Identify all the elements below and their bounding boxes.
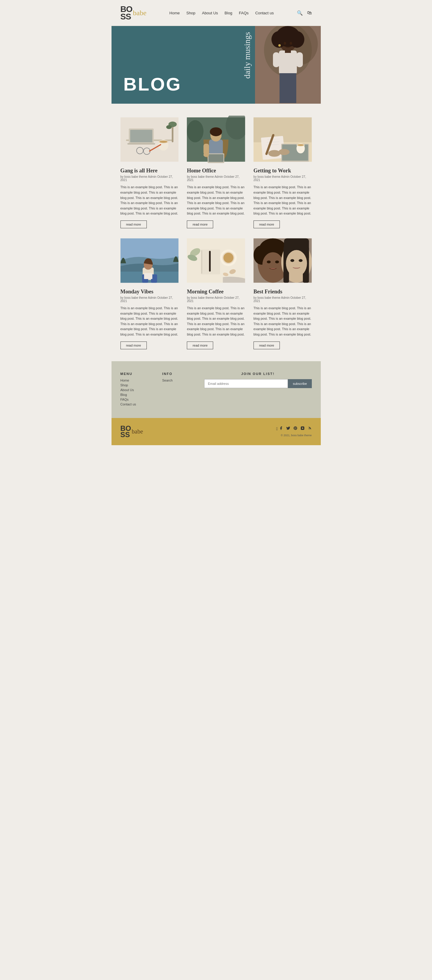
- blog-card-4: Monday Vibes by boss babe theme Admin Oc…: [121, 237, 179, 349]
- svg-point-39: [204, 153, 209, 157]
- search-icon[interactable]: 🔍: [297, 10, 303, 16]
- blog-card-meta-5: by boss babe theme Admin October 27, 202…: [187, 296, 245, 303]
- footer-logo[interactable]: BO SS babe: [121, 425, 143, 438]
- svg-point-22: [159, 141, 167, 143]
- blog-card-image-6: [253, 237, 312, 285]
- svg-rect-27: [172, 126, 174, 143]
- blog-card-3: Getting to Work by boss babe theme Admin…: [253, 116, 312, 228]
- footer-email-input[interactable]: [204, 379, 288, 388]
- svg-point-84: [286, 250, 307, 277]
- nav-shop[interactable]: Shop: [186, 11, 195, 15]
- footer-menu-item-blog[interactable]: Blog: [121, 393, 156, 396]
- logo[interactable]: BO SS babe: [121, 5, 147, 20]
- blog-card-image-2: [187, 116, 245, 164]
- svg-rect-60: [144, 273, 152, 279]
- footer-menu-item-shop[interactable]: Shop: [121, 383, 156, 387]
- nav-faqs[interactable]: FAQs: [239, 11, 249, 15]
- nav-about[interactable]: About Us: [202, 11, 218, 15]
- blog-card-title-4: Monday Vibes: [121, 289, 179, 295]
- svg-point-29: [166, 125, 172, 129]
- twitter-icon[interactable]: [286, 426, 290, 431]
- blog-card-title-1: Gang is all Here: [121, 168, 179, 174]
- footer-bottom-right:  © 2021, boss babe theme: [276, 426, 312, 437]
- svg-rect-14: [279, 73, 296, 103]
- footer-menu-item-home[interactable]: Home: [121, 379, 156, 382]
- blog-card-meta-2: by boss babe theme Admin October 27, 202…: [187, 175, 245, 182]
- read-more-btn-1[interactable]: read more: [121, 221, 147, 228]
- svg-point-77: [262, 252, 283, 277]
- blog-card-excerpt-4: This is an example blog post. This is an…: [121, 305, 179, 337]
- footer-newsletter-form: subscribe: [204, 379, 312, 388]
- blog-card-image-3: [253, 116, 312, 164]
- pinterest-icon[interactable]: [293, 426, 298, 431]
- blog-section: Gang is all Here by boss babe theme Admi…: [112, 104, 321, 361]
- hero-banner: BLOG daily musings: [112, 26, 321, 104]
- nav-blog[interactable]: Blog: [225, 11, 232, 15]
- svg-point-78: [267, 261, 271, 263]
- blog-card-image-1: [121, 116, 179, 164]
- svg-rect-37: [208, 154, 223, 162]
- svg-rect-18: [130, 130, 152, 143]
- svg-point-13: [278, 44, 281, 47]
- svg-point-32: [187, 120, 204, 142]
- footer-top: MENU Home Shop About Us Blog FAQs Contac…: [112, 361, 321, 418]
- footer-menu-item-faqs[interactable]: FAQs: [121, 398, 156, 401]
- read-more-btn-3[interactable]: read more: [253, 221, 280, 228]
- read-more-btn-4[interactable]: read more: [121, 342, 147, 349]
- blog-card-5: Morning Coffee by boss babe theme Admin …: [187, 237, 245, 349]
- footer-menu-list: Home Shop About Us Blog FAQs Contact us: [121, 379, 156, 406]
- blog-card-meta-6: by boss babe theme Admin October 27, 202…: [253, 296, 312, 303]
- footer-newsletter-title: JOIN OUR LIST!: [204, 372, 312, 375]
- svg-rect-19: [128, 143, 155, 145]
- footer-bottom: BO SS babe  © 2021, boss babe theme: [112, 418, 321, 445]
- svg-point-79: [275, 261, 279, 263]
- read-more-btn-2[interactable]: read more: [187, 221, 213, 228]
- social-icons: : [276, 426, 312, 431]
- svg-point-50: [278, 149, 289, 155]
- logo-ss: SS: [121, 13, 132, 20]
- site-header: BO SS babe Home Shop About Us Blog FAQs …: [112, 0, 321, 26]
- blog-card-excerpt-1: This is an example blog post. This is an…: [121, 185, 179, 216]
- svg-point-85: [290, 259, 294, 262]
- nav-home[interactable]: Home: [169, 11, 180, 15]
- svg-rect-63: [201, 250, 202, 274]
- blog-card-meta-3: by boss babe theme Admin October 27, 202…: [253, 175, 312, 182]
- main-nav: Home Shop About Us Blog FAQs Contact us: [169, 11, 274, 15]
- header-icons: 🔍 🛍: [297, 10, 312, 16]
- svg-rect-64: [209, 251, 211, 272]
- footer-logo-ss: SS: [121, 431, 131, 438]
- blog-card-excerpt-5: This is an example blog post. This is an…: [187, 305, 245, 337]
- cart-icon[interactable]: 🛍: [307, 10, 312, 16]
- hero-image: [255, 26, 321, 104]
- svg-point-86: [299, 259, 303, 262]
- blog-card-title-2: Home Office: [187, 168, 245, 174]
- read-more-btn-5[interactable]: read more: [187, 342, 213, 349]
- blog-card-excerpt-2: This is an example blog post. This is an…: [187, 185, 245, 216]
- svg-rect-7: [279, 51, 297, 75]
- blog-card-title-3: Getting to Work: [253, 168, 312, 174]
- blog-card-meta-4: by boss babe theme Admin October 27, 202…: [121, 296, 179, 303]
- nav-contact[interactable]: Contact us: [255, 11, 274, 15]
- rss-icon[interactable]: [308, 426, 312, 431]
- hero-text-area: BLOG: [112, 65, 194, 104]
- svg-rect-10: [296, 52, 303, 67]
- footer-menu-item-about[interactable]: About Us: [121, 388, 156, 392]
- footer-menu-title: MENU: [121, 372, 156, 375]
- footer-menu-col: MENU Home Shop About Us Blog FAQs Contac…: [121, 372, 156, 407]
- footer-info-list: Search: [163, 379, 198, 382]
- footer-newsletter-col: JOIN OUR LIST! subscribe: [204, 372, 312, 407]
- instagram-icon[interactable]: [300, 426, 304, 431]
- blog-card-excerpt-6: This is an example blog post. This is an…: [253, 305, 312, 337]
- footer-menu-item-contact[interactable]: Contact us: [121, 402, 156, 406]
- blog-card-meta-1: by boss babe theme Admin October 27, 202…: [121, 175, 179, 182]
- footer-info-col: INFO Search: [163, 372, 198, 407]
- svg-point-12: [290, 42, 292, 45]
- footer-subscribe-button[interactable]: subscribe: [288, 379, 311, 388]
- read-more-btn-6[interactable]: read more: [253, 342, 280, 349]
- footer-info-search[interactable]: Search: [163, 379, 198, 382]
- svg-point-6: [289, 31, 304, 48]
- blog-card-title-5: Morning Coffee: [187, 289, 245, 295]
- copyright-text: © 2021, boss babe theme: [281, 434, 311, 437]
- facebook-icon[interactable]: : [276, 426, 283, 431]
- hero-title: BLOG: [123, 73, 182, 95]
